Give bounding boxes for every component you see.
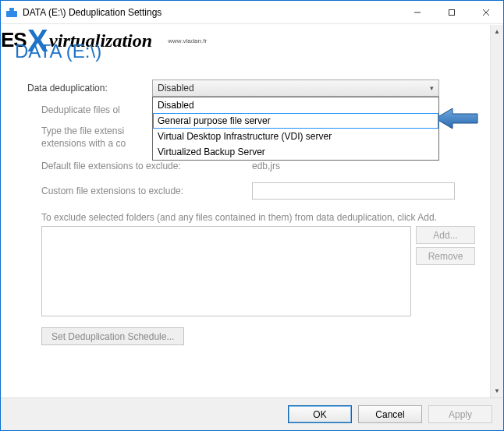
- scroll-down-icon[interactable]: ▼: [491, 384, 503, 397]
- apply-button[interactable]: Apply: [428, 405, 492, 423]
- window-title: DATA (E:\) Deduplication Settings: [23, 7, 161, 18]
- default-ext-row: Default file extensions to exclude: edb,…: [41, 161, 475, 171]
- dialog-footer: OK Cancel Apply: [1, 397, 503, 430]
- chevron-down-icon: ▾: [430, 84, 434, 92]
- custom-ext-label: Custom file extensions to exclude:: [41, 185, 252, 196]
- svg-rect-0: [6, 11, 17, 17]
- dedup-label: Data deduplication:: [27, 83, 152, 94]
- custom-ext-row: Custom file extensions to exclude:: [41, 182, 475, 200]
- set-schedule-button[interactable]: Set Deduplication Schedule...: [41, 327, 184, 345]
- dedup-row: Data deduplication: Disabled ▾ Disabled …: [27, 79, 475, 97]
- default-ext-value: edb,jrs: [252, 161, 280, 171]
- svg-rect-1: [9, 8, 14, 11]
- app-icon: [5, 6, 18, 19]
- add-button[interactable]: Add...: [416, 226, 475, 244]
- close-button[interactable]: [469, 1, 503, 23]
- dedup-option-backup[interactable]: Virtualized Backup Server: [153, 144, 438, 160]
- cancel-button[interactable]: Cancel: [358, 405, 422, 423]
- minimize-button[interactable]: [400, 1, 435, 23]
- titlebar: DATA (E:\) Deduplication Settings: [1, 1, 503, 24]
- scroll-up-icon[interactable]: ▲: [491, 25, 503, 38]
- remove-button[interactable]: Remove: [416, 247, 475, 265]
- default-ext-label: Default file extensions to exclude:: [41, 161, 252, 171]
- dedup-option-vdi[interactable]: Virtual Desktop Infrastructure (VDI) ser…: [153, 129, 438, 144]
- content-area: DATA (E:\) Data deduplication: Disabled …: [1, 25, 489, 397]
- dedup-dropdown-list: Disabled General purpose file server Vir…: [152, 97, 439, 161]
- page-title: DATA (E:\): [15, 41, 475, 62]
- svg-rect-3: [449, 9, 455, 15]
- exclude-note: To exclude selected folders (and any fil…: [41, 212, 475, 223]
- dedup-option-general[interactable]: General purpose file server: [153, 113, 438, 129]
- vertical-scrollbar[interactable]: ▲ ▼: [490, 25, 503, 397]
- dedup-dropdown[interactable]: Disabled ▾ Disabled General purpose file…: [152, 79, 439, 97]
- dedup-dropdown-button[interactable]: Disabled ▾: [152, 79, 439, 97]
- custom-ext-input[interactable]: [252, 182, 455, 200]
- dedup-dropdown-selected: Disabled: [158, 83, 194, 94]
- dedup-option-disabled[interactable]: Disabled: [153, 97, 438, 113]
- window-controls: [400, 1, 503, 23]
- exclude-area: Add... Remove: [41, 226, 475, 316]
- maximize-button[interactable]: [435, 1, 469, 23]
- ok-button[interactable]: OK: [288, 405, 352, 423]
- exclude-folders-list[interactable]: [41, 226, 411, 316]
